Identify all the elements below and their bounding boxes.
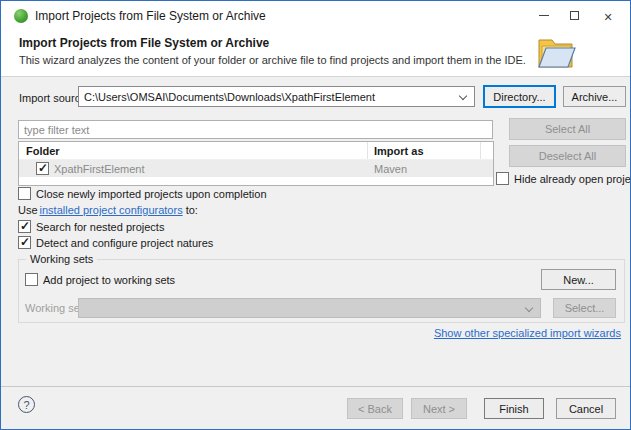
working-sets-legend: Working sets — [26, 253, 97, 265]
project-import-as: Maven — [374, 163, 407, 175]
finish-button[interactable]: Finish — [484, 398, 544, 419]
project-natures-label: Detect and configure project natures — [36, 237, 213, 249]
nested-projects-label: Search for nested projects — [36, 221, 164, 233]
select-all-button[interactable]: Select All — [509, 118, 626, 140]
checkbox-checked-icon — [18, 220, 31, 233]
table-header[interactable]: Folder Import as — [19, 142, 493, 160]
close-button[interactable] — [593, 1, 623, 30]
cancel-button[interactable]: Cancel — [556, 398, 616, 419]
project-checkbox[interactable] — [36, 162, 49, 175]
configurators-line: Useinstalled project configuratorsto: — [18, 204, 198, 216]
project-natures-checkbox[interactable]: Detect and configure project natures — [18, 236, 213, 249]
archive-button[interactable]: Archive... — [563, 86, 626, 107]
project-folder-name: XpathFirstElement — [54, 163, 144, 175]
page-subtitle: This wizard analyzes the content of your… — [19, 54, 526, 66]
maximize-icon — [570, 11, 579, 20]
back-button[interactable]: < Back — [347, 398, 403, 419]
table-row[interactable]: XpathFirstElement Maven — [19, 160, 493, 177]
deselect-all-button[interactable]: Deselect All — [509, 145, 626, 167]
select-working-set-button[interactable]: Select... — [553, 298, 616, 318]
directory-button[interactable]: Directory... — [483, 85, 556, 108]
column-folder[interactable]: Folder — [26, 145, 60, 157]
add-working-sets-checkbox[interactable]: Add project to working sets — [25, 273, 175, 286]
column-import-as[interactable]: Import as — [374, 145, 424, 157]
page-title: Import Projects from File System or Arch… — [19, 36, 269, 50]
close-imported-checkbox[interactable]: Close newly imported projects upon compl… — [18, 187, 267, 200]
import-wizard-dialog: Import Projects from File System or Arch… — [0, 0, 631, 430]
question-mark-icon: ? — [23, 399, 29, 411]
close-imported-label: Close newly imported projects upon compl… — [36, 188, 267, 200]
button-bar: ? < Back Next > Finish Cancel — [1, 386, 630, 429]
open-folder-icon — [535, 33, 577, 73]
help-button[interactable]: ? — [18, 396, 35, 413]
close-icon — [603, 7, 612, 25]
title-bar: Import Projects from File System or Arch… — [1, 1, 630, 30]
chevron-down-icon — [525, 304, 533, 312]
other-wizards-link[interactable]: Show other specialized import wizards — [434, 327, 621, 339]
working-sets-combo[interactable] — [78, 298, 541, 318]
new-working-set-button[interactable]: New... — [541, 269, 616, 290]
checkbox-icon — [25, 273, 38, 286]
minimize-icon — [539, 15, 549, 16]
chevron-down-icon — [459, 92, 467, 100]
configurators-link[interactable]: installed project configurators — [40, 204, 183, 216]
import-source-value: C:\Users\OMSAI\Documents\Downloads\Xpath… — [84, 91, 375, 103]
checkbox-icon — [496, 172, 509, 185]
filter-input[interactable] — [18, 120, 493, 139]
hide-open-projects-checkbox[interactable]: Hide already open projects — [496, 172, 631, 185]
next-button[interactable]: Next > — [411, 398, 467, 419]
hide-open-projects-label: Hide already open projects — [514, 173, 631, 185]
window-title: Import Projects from File System or Arch… — [35, 9, 266, 23]
maximize-button[interactable] — [559, 1, 589, 30]
column-divider — [367, 142, 368, 159]
wizard-header: Import Projects from File System or Arch… — [1, 30, 630, 77]
add-working-sets-label: Add project to working sets — [43, 274, 175, 286]
projects-table[interactable]: Folder Import as XpathFirstElement Maven — [18, 141, 494, 186]
checkbox-checked-icon — [18, 236, 31, 249]
import-source-combo[interactable]: C:\Users\OMSAI\Documents\Downloads\Xpath… — [78, 86, 475, 107]
nested-projects-checkbox[interactable]: Search for nested projects — [18, 220, 164, 233]
column-divider — [480, 142, 481, 159]
checkbox-icon — [18, 187, 31, 200]
minimize-button[interactable] — [529, 1, 559, 30]
eclipse-app-icon — [14, 9, 28, 23]
